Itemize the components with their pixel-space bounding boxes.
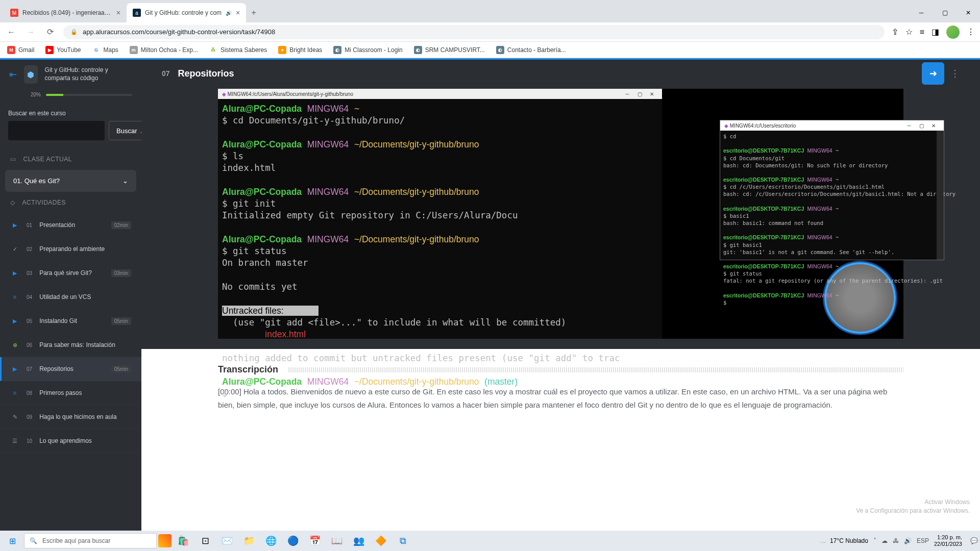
menu-icon[interactable]: ⋮ [950, 68, 960, 79]
bookmarks-bar: MGmail ▶YouTube GMaps mMilton Ochoa - Ex… [0, 42, 980, 58]
chevron-up-icon[interactable]: ˄ [873, 537, 876, 544]
maximize-icon[interactable]: ▢ [633, 91, 646, 97]
activity-label: Para saber más: Instalación [39, 341, 115, 348]
bookmark-saberes[interactable]: ⁂Sistema Saberes [209, 46, 267, 54]
search-input[interactable] [8, 121, 105, 140]
activity-item[interactable]: ▶01Presentación02min [0, 213, 141, 237]
bookmark-bright[interactable]: ●Bright Ideas [278, 46, 322, 54]
taskbar-clock[interactable]: 1:20 p. m. 22/01/2023 [934, 534, 965, 547]
volume-icon[interactable]: 🔊 [904, 537, 912, 544]
network-icon[interactable]: 🖧 [893, 537, 899, 544]
window-controls: ─ ▢ ✕ [910, 3, 980, 22]
star-icon[interactable]: ☆ [905, 27, 913, 37]
tab-gmail[interactable]: M Recibidos (8.049) - ingenieraagric × [4, 3, 127, 22]
next-button[interactable]: ➜ [922, 62, 944, 85]
back-arrow-icon[interactable]: ⇤ [9, 69, 17, 80]
language-indicator[interactable]: ESP [917, 537, 929, 544]
maximize-icon[interactable]: ▢ [933, 3, 957, 22]
new-tab-button[interactable]: + [246, 3, 261, 22]
search-icon: 🔍 [30, 537, 37, 544]
search-button[interactable]: Buscar ↗ [109, 121, 141, 140]
windows-taskbar: ⊞ 🔍 Escribe aquí para buscar 🛍️ ⊡ ✉️ 📁 🌐… [0, 531, 980, 551]
terminal-title-bar: ◆ MINGW64:/c/Users/escritorio ─ ▢ ✕ [720, 120, 944, 131]
app-content: ⇤ ⬢ Git y GitHub: controle y comparta su… [0, 58, 980, 531]
video-area: ◆ MINGW64:/c/Users/Alura/Documents/git-y… [141, 89, 980, 349]
side-panel-icon[interactable]: ◨ [932, 27, 939, 37]
task-chrome-icon[interactable]: 🌐 [261, 531, 281, 551]
minimize-icon[interactable]: ─ [621, 91, 633, 97]
activity-icon: ≡ [10, 388, 19, 397]
taskbar-search[interactable]: 🔍 Escribe aquí para buscar [24, 533, 157, 548]
back-button[interactable]: ← [5, 26, 17, 38]
url-bar: ← → ⟳ 🔒 app.aluracursos.com/course/git-g… [0, 22, 980, 42]
activity-item[interactable]: ✎09Haga lo que hicimos en aula [0, 405, 141, 429]
maximize-icon[interactable]: ▢ [915, 123, 927, 129]
task-store-icon[interactable]: 🛍️ [173, 531, 193, 551]
activity-icon: ✎ [10, 412, 19, 421]
activity-label: Presentación [39, 221, 75, 229]
minimize-icon[interactable]: ─ [903, 123, 915, 129]
audio-icon[interactable]: 🔊 [226, 10, 232, 16]
forward-button[interactable]: → [24, 26, 37, 38]
scrollbar[interactable] [937, 131, 944, 260]
start-button[interactable]: ⊞ [2, 531, 22, 551]
divider [288, 367, 903, 372]
bookmark-maps[interactable]: GMaps [92, 46, 118, 54]
activity-item[interactable]: ▶07Repositorios05min [0, 357, 141, 381]
profile-avatar[interactable] [946, 26, 960, 39]
task-calendar-icon[interactable]: 📅 [305, 531, 325, 551]
notifications-icon[interactable]: 💬 [970, 537, 978, 544]
search-label: Buscar en este curso [0, 105, 141, 119]
task-edge-icon[interactable]: 🔵 [283, 531, 303, 551]
bookmark-milton[interactable]: mMilton Ochoa - Exp... [130, 46, 198, 54]
activity-icon: ▶ [10, 364, 19, 373]
activity-duration: 05min [111, 365, 131, 373]
bookmark-srm[interactable]: ◐SRM CAMPUSVIRT... [414, 46, 485, 54]
task-vscode-icon[interactable]: ⧉ [393, 531, 413, 551]
bookmark-gmail[interactable]: MGmail [7, 46, 34, 54]
chevron-down-icon: ⌄ [122, 177, 128, 185]
activity-icon: ⊕ [10, 340, 19, 349]
activity-item[interactable]: ≡08Primeros pasos [0, 381, 141, 405]
activity-item[interactable]: ▶05Instalando Git05min [0, 309, 141, 333]
current-class-item[interactable]: 01. Qué es Git? ⌄ [5, 170, 136, 192]
bookmark-youtube[interactable]: ▶YouTube [45, 46, 81, 54]
activity-item[interactable]: ☰10Lo que aprendimos [0, 429, 141, 453]
activity-item[interactable]: ⊕06Para saber más: Instalación [0, 333, 141, 357]
onedrive-icon[interactable]: ☁ [881, 537, 888, 544]
lesson-header: 07 Repositorios ➜ ⋮ [141, 58, 980, 89]
bookmark-barberia[interactable]: ◐Contacto - Barbería... [496, 46, 566, 54]
activity-item[interactable]: ▶03Para qué sirve Git?03min [0, 261, 141, 285]
task-paint-icon[interactable] [158, 534, 172, 547]
task-reader-icon[interactable]: 📖 [327, 531, 347, 551]
tab-alura[interactable]: a Git y GitHub: controle y com 🔊 × [127, 3, 246, 22]
task-git-icon[interactable]: 🔶 [371, 531, 391, 551]
bookmark-classroom[interactable]: ◐Mi Classroom - Login [333, 46, 402, 54]
task-explorer-icon[interactable]: 📁 [239, 531, 259, 551]
weather-widget[interactable]: ☁️ 17°C Nublado [819, 537, 868, 544]
task-view-icon[interactable]: ⊡ [195, 531, 215, 551]
close-icon[interactable]: ✕ [927, 123, 940, 129]
activity-item[interactable]: ✓02Preparando el ambiente [0, 237, 141, 261]
share-icon[interactable]: ⇪ [892, 27, 898, 37]
terminal-title-bar: ◆ MINGW64:/c/Users/Alura/Documents/git-y… [218, 89, 662, 99]
activity-icon: ▶ [10, 268, 19, 278]
task-teams-icon[interactable]: 👥 [349, 531, 369, 551]
close-icon[interactable]: × [236, 9, 240, 17]
close-icon[interactable]: ✕ [646, 91, 658, 97]
close-icon[interactable]: ✕ [957, 3, 980, 22]
mingw-icon: ◆ [724, 123, 728, 129]
close-icon[interactable]: × [116, 9, 120, 17]
activity-item[interactable]: ≡04Utilidad de un VCS [0, 285, 141, 309]
activity-icon: ✓ [10, 244, 19, 254]
reload-button[interactable]: ⟳ [44, 26, 56, 38]
reading-list-icon[interactable]: ≡ [920, 28, 924, 37]
course-sidebar: ⇤ ⬢ Git y GitHub: controle y comparta su… [0, 58, 141, 531]
menu-icon[interactable]: ⋮ [967, 27, 975, 37]
task-mail-icon[interactable]: ✉️ [217, 531, 237, 551]
video-player[interactable]: ◆ MINGW64:/c/Users/Alura/Documents/git-y… [218, 89, 903, 339]
minimize-icon[interactable]: ─ [910, 3, 933, 22]
activity-duration: 02min [111, 221, 131, 229]
activity-number: 05 [27, 318, 32, 324]
address-bar[interactable]: 🔒 app.aluracursos.com/course/git-github-… [63, 25, 885, 39]
